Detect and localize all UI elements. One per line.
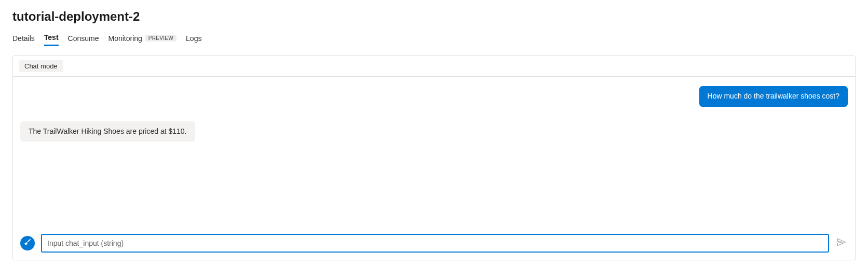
user-bubble: How much do the trailwalker shoes cost?: [699, 86, 848, 107]
send-icon: [836, 237, 847, 249]
tab-monitoring[interactable]: Monitoring PREVIEW: [108, 34, 177, 46]
panel-header: Chat mode: [13, 56, 855, 77]
chat-mode-selector[interactable]: Chat mode: [19, 60, 63, 72]
tab-logs[interactable]: Logs: [186, 34, 201, 46]
clear-chat-button[interactable]: [20, 236, 35, 250]
chat-message-assistant: The TrailWalker Hiking Shoes are priced …: [20, 121, 848, 142]
assistant-bubble: The TrailWalker Hiking Shoes are priced …: [20, 121, 195, 142]
broom-icon: [23, 238, 32, 248]
chat-area: How much do the trailwalker shoes cost? …: [13, 77, 855, 229]
tab-label: Details: [12, 34, 35, 43]
tab-consume[interactable]: Consume: [68, 34, 99, 46]
tab-details[interactable]: Details: [12, 34, 35, 46]
tab-label: Test: [44, 33, 59, 41]
tab-label: Logs: [186, 34, 201, 43]
tab-test[interactable]: Test: [44, 33, 59, 46]
tab-bar: Details Test Consume Monitoring PREVIEW …: [12, 33, 856, 46]
preview-badge: PREVIEW: [145, 35, 177, 41]
input-bar: [13, 229, 855, 260]
test-panel: Chat mode How much do the trailwalker sh…: [12, 55, 856, 260]
chat-input[interactable]: [41, 234, 829, 253]
page-title: tutorial-deployment-2: [12, 9, 856, 24]
send-button[interactable]: [835, 237, 848, 249]
tab-label: Consume: [68, 34, 99, 43]
tab-label: Monitoring: [108, 34, 142, 43]
chat-message-user: How much do the trailwalker shoes cost?: [20, 86, 848, 107]
